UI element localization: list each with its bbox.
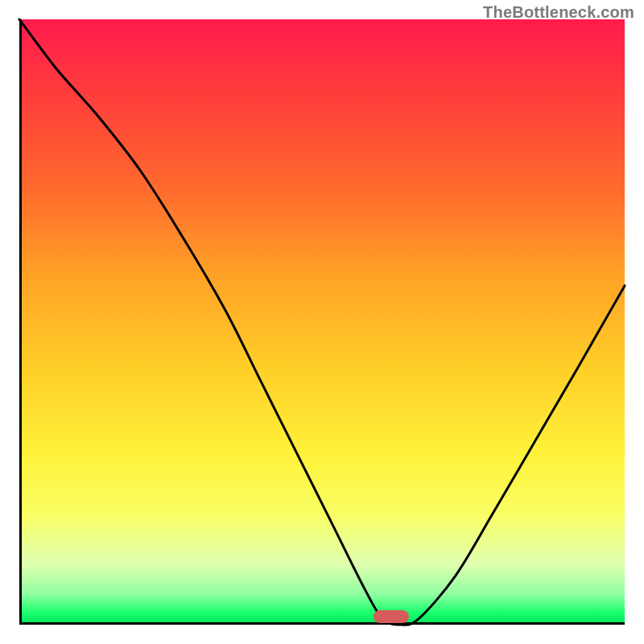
optimum-marker <box>374 610 409 623</box>
axes <box>19 19 625 625</box>
chart-frame: TheBottleneck.com <box>0 0 644 644</box>
watermark-text: TheBottleneck.com <box>483 3 634 22</box>
